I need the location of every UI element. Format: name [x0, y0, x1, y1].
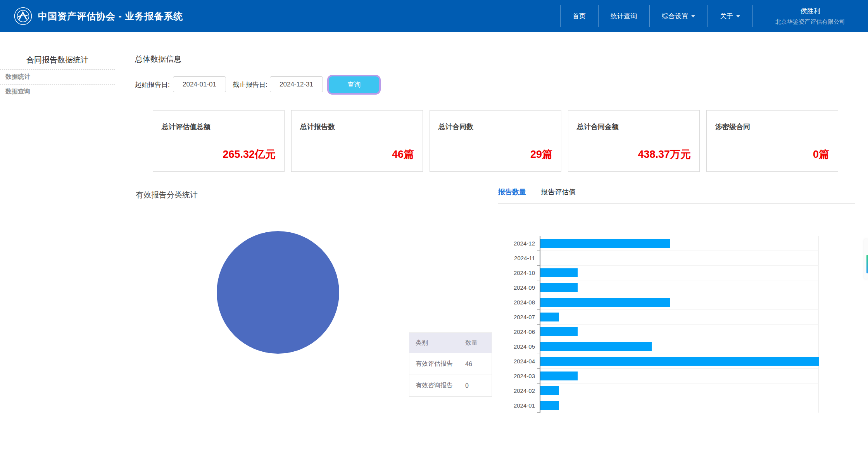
card-value: 0篇: [813, 147, 829, 161]
bar: [540, 239, 670, 248]
bar: [540, 342, 652, 351]
card-label: 涉密级合同: [715, 122, 750, 131]
table-row: 有效评估报告 46: [409, 353, 492, 375]
column-header-count: 数量: [465, 333, 492, 354]
cell-count: 0: [465, 375, 492, 397]
page: { "header": { "title": "中国资产评估协会 - 业务报备系…: [0, 0, 868, 470]
card-label: 总计合同金额: [577, 122, 619, 131]
bar-row: 2024-10: [540, 266, 819, 280]
sidebar-item-label: 数据统计: [5, 73, 30, 81]
column-header-category: 类别: [409, 333, 466, 354]
logo-icon: [14, 7, 32, 25]
bar-category-label: 2024-03: [514, 373, 535, 379]
summary-card-classified-contracts: 涉密级合同 0篇: [706, 110, 838, 172]
nav-item-home[interactable]: 首页: [560, 0, 598, 32]
bar: [540, 327, 578, 336]
sidebar-item-label: 数据查询: [5, 88, 30, 96]
bar-category-label: 2024-10: [514, 270, 535, 276]
bar-row: 2024-07: [540, 310, 819, 325]
bar: [540, 283, 578, 292]
card-value: 438.37万元: [638, 147, 691, 161]
bar-row: 2024-05: [540, 339, 819, 354]
bar: [540, 401, 559, 410]
card-label: 总计报告数: [300, 122, 335, 131]
bar-row: 2024-08: [540, 295, 819, 310]
user-name: 侯胜利: [801, 7, 820, 16]
chart-tabs: 报告数量 报告评估值: [498, 187, 576, 197]
table-header-row: 类别 数量: [409, 333, 492, 354]
nav-item-label: 关于: [720, 12, 733, 21]
pie-chart-title: 有效报告分类统计: [136, 190, 198, 200]
start-date-input[interactable]: [173, 76, 226, 92]
section-title-overview: 总体数据信息: [135, 54, 181, 64]
summary-card-total-appraised-value: 总计评估值总额 265.32亿元: [153, 110, 285, 172]
cell-count: 46: [465, 353, 492, 375]
tabs-underline: [498, 203, 855, 204]
card-value: 46篇: [392, 147, 414, 161]
bar-row: 2024-02: [540, 384, 819, 398]
summary-card-total-contract-amount: 总计合同金额 438.37万元: [568, 110, 700, 172]
app-header: 中国资产评估协会 - 业务报备系统 首页 统计查询 综合设置 关于 侯胜利 北京…: [0, 0, 868, 32]
card-label: 总计合同数: [438, 122, 473, 131]
pie-chart: [217, 231, 339, 354]
bar-category-label: 2024-12: [514, 240, 535, 247]
bar-row: 2024-04: [540, 354, 819, 369]
summary-card-total-contracts: 总计合同数 29篇: [430, 110, 561, 172]
bar-row: 2024-12: [540, 236, 819, 251]
bar: [540, 386, 559, 395]
bar: [540, 268, 578, 277]
nav-item-settings[interactable]: 综合设置: [649, 0, 708, 32]
bar-category-label: 2024-08: [514, 299, 535, 306]
end-date-label: 截止报告日:: [233, 76, 267, 93]
caret-down-icon: [691, 15, 695, 17]
top-nav: 首页 统计查询 综合设置 关于 侯胜利 北京华鉴资产评估有限公司: [560, 0, 868, 32]
tab-report-count[interactable]: 报告数量: [498, 187, 526, 197]
nav-item-about[interactable]: 关于: [708, 0, 752, 32]
bar-category-label: 2024-01: [514, 402, 535, 409]
bar: [540, 372, 578, 380]
sidebar-item-data-query[interactable]: 数据查询: [0, 85, 115, 99]
tab-report-appraised-value[interactable]: 报告评估值: [541, 187, 576, 197]
scrollbar-thumb[interactable]: [866, 255, 868, 273]
bar-category-label: 2024-04: [514, 358, 535, 365]
bar-row: 2024-01: [540, 398, 819, 413]
start-date-label: 起始报告日:: [135, 76, 170, 93]
bar: [540, 313, 559, 321]
search-button[interactable]: 查询: [329, 76, 379, 93]
cell-category: 有效咨询报告: [409, 375, 466, 397]
table-row: 有效咨询报告 0: [409, 375, 492, 397]
card-value: 265.32亿元: [223, 147, 276, 161]
cell-category: 有效评估报告: [409, 353, 466, 375]
bar-category-label: 2024-09: [514, 284, 535, 291]
nav-item-label: 首页: [573, 12, 586, 21]
sidebar-item-data-statistics[interactable]: 数据统计: [0, 70, 115, 85]
nav-item-label: 统计查询: [611, 12, 637, 21]
card-label: 总计评估值总额: [162, 122, 211, 131]
bar-row: 2024-11: [540, 251, 819, 266]
user-company: 北京华鉴资产评估有限公司: [775, 18, 845, 26]
bar-chart-plot: 2024-122024-112024-102024-092024-082024-…: [540, 236, 819, 413]
nav-item-stats-query[interactable]: 统计查询: [598, 0, 649, 32]
page-title: 中国资产评估协会 - 业务报备系统: [38, 0, 183, 32]
nav-item-label: 综合设置: [662, 12, 688, 21]
summary-card-total-reports: 总计报告数 46篇: [291, 110, 423, 172]
user-info[interactable]: 侯胜利 北京华鉴资产评估有限公司: [752, 0, 868, 32]
report-category-table: 类别 数量 有效评估报告 46 有效咨询报告 0: [409, 332, 492, 397]
bar-row: 2024-09: [540, 280, 819, 295]
bar-category-label: 2024-07: [514, 314, 535, 320]
bar: [540, 357, 819, 366]
sidebar: 合同报告数据统计 数据统计 数据查询: [0, 32, 115, 470]
caret-down-icon: [736, 15, 740, 17]
bar-category-label: 2024-05: [514, 343, 535, 350]
sidebar-heading: 合同报告数据统计: [0, 54, 115, 70]
bar-row: 2024-03: [540, 369, 819, 384]
bar-category-label: 2024-06: [514, 328, 535, 335]
bar-category-label: 2024-11: [514, 255, 535, 261]
end-date-input[interactable]: [270, 76, 323, 92]
bar-row: 2024-06: [540, 325, 819, 339]
bar: [540, 298, 670, 307]
bar-category-label: 2024-02: [514, 387, 535, 394]
card-value: 29篇: [530, 147, 552, 161]
